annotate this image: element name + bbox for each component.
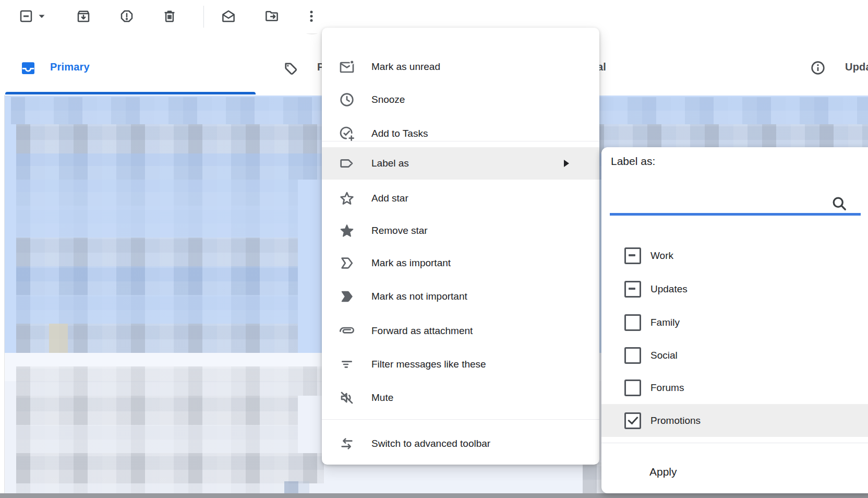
label-option-social[interactable]: Social [601,339,868,372]
label-option-family[interactable]: Family [601,306,868,339]
checkbox[interactable] [624,314,641,331]
menu-item-label: Mute [371,392,393,404]
move-to-button[interactable] [260,4,284,28]
tag-icon [282,60,299,77]
menu-item-label: Add star [371,193,408,204]
checkbox[interactable] [624,347,641,364]
menu-item-label: Mark as important [371,257,451,269]
menu-item-snooze[interactable]: Snooze [322,84,599,116]
apply-button[interactable]: Apply [649,460,677,484]
label-option-text: Family [650,317,680,328]
menu-item-label-as[interactable]: Label as [322,147,599,180]
label-search-input[interactable] [610,187,828,211]
menu-item-label: Filter messages like these [371,359,486,370]
menu-item-add-star[interactable]: Add star [322,182,599,215]
delete-button[interactable] [158,4,182,28]
checkbox[interactable] [624,380,641,396]
label-option-forums[interactable]: Forums [601,371,868,404]
label-option-text: Promotions [650,415,701,426]
menu-item-label: Remove star [371,225,428,236]
label-option-text: Updates [650,283,688,295]
label-option-text: Forums [650,382,684,394]
menu-item-remove-star[interactable]: Remove star [322,215,599,247]
label-option-text: Social [650,350,678,361]
paperclip-icon [338,322,356,340]
checkbox[interactable] [624,412,641,429]
menu-item-switch-toolbar[interactable]: Switch to advanced toolbar [322,428,599,460]
select-dropdown-caret[interactable] [33,4,50,28]
checkbox[interactable] [624,281,641,298]
window-bottom-edge [0,493,868,498]
label-icon [338,155,356,172]
inbox-primary-icon [20,60,37,76]
menu-item-mark-as-not-important[interactable]: Mark as not important [322,280,599,313]
more-options-button[interactable] [299,4,323,28]
list-left-gutter [0,94,5,493]
info-circle-icon [810,60,826,76]
menu-item-label: Mark as not important [371,291,467,302]
archive-button[interactable] [71,4,95,28]
label-as-panel-title: Label as: [611,155,655,168]
important-filled-icon [338,288,356,305]
checkbox[interactable] [624,247,641,264]
important-outline-icon [338,254,356,272]
report-spam-button[interactable] [115,4,139,28]
menu-item-label: Label as [371,158,409,169]
add-to-tasks-icon [338,125,356,143]
tab-updates-label: Updates [845,61,868,73]
menu-item-label: Switch to advanced toolbar [371,438,490,449]
label-option-work[interactable]: Work [601,239,868,272]
label-option-updates[interactable]: Updates [601,272,868,305]
menu-item-label: Mark as unread [371,61,440,73]
menu-item-label: Add to Tasks [371,128,428,139]
star-outline-icon [338,189,356,207]
mark-unread-icon [338,58,356,76]
menu-item-forward-as-attachment[interactable]: Forward as attachment [322,315,599,347]
menu-item-mark-as-important[interactable]: Mark as important [322,247,599,279]
snooze-icon [338,91,356,109]
menu-item-mute[interactable]: Mute [322,382,599,414]
menu-divider [322,419,599,420]
menu-item-filter-messages[interactable]: Filter messages like these [322,348,599,381]
submenu-arrow-icon [564,160,569,167]
gmail-screen: Primary Promotions Social Updates [0,0,868,498]
menu-item-mark-as-unread[interactable]: Mark as unread [322,51,599,83]
menu-item-label: Snooze [371,94,405,105]
active-tab-underline [5,92,256,94]
star-filled-icon [338,222,356,240]
label-option-promotions[interactable]: Promotions [601,404,868,437]
mute-icon [338,389,356,407]
more-options-menu: Mark as unread Snooze Add to Tasks Label… [322,28,599,465]
search-icon [830,194,849,213]
menu-item-label: Forward as attachment [371,325,473,337]
mark-as-read-button[interactable] [216,4,240,28]
filter-icon [338,355,356,373]
toolbar-divider [203,6,204,28]
menu-item-add-to-tasks[interactable]: Add to Tasks [322,117,599,150]
label-as-panel: Label as: Work Updates Family Social For… [601,147,868,493]
panel-divider [601,443,868,443]
tab-primary-label: Primary [50,61,90,73]
swap-arrows-icon [338,435,356,453]
menu-divider [322,141,599,141]
label-option-text: Work [650,250,673,262]
search-focus-underline [610,213,861,216]
